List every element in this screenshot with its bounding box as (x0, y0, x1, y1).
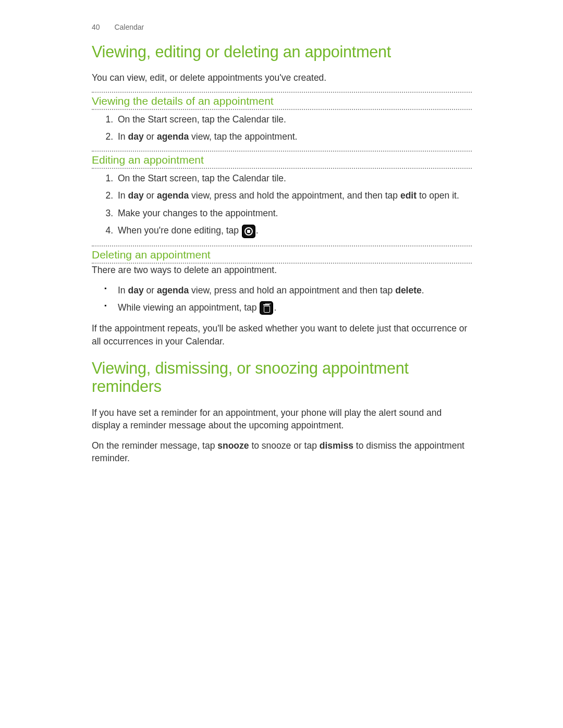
intro-paragraph: You can view, edit, or delete appointmen… (92, 71, 472, 84)
text: or (144, 285, 157, 295)
steps-editing: On the Start screen, tap the Calendar ti… (92, 172, 472, 238)
step-item: On the Start screen, tap the Calendar ti… (116, 113, 472, 126)
text: In (118, 131, 128, 142)
step-item: When you're done editing, tap . (116, 224, 472, 238)
reminders-p2: On the reminder message, tap snooze to s… (92, 439, 472, 465)
steps-viewing-details: On the Start screen, tap the Calendar ti… (92, 113, 472, 143)
divider (92, 245, 472, 246)
heading-1-view-edit-delete: Viewing, editing or deleting an appointm… (92, 43, 472, 61)
text: . (274, 302, 276, 313)
bullets-deleting: In day or agenda view, press and hold an… (92, 284, 472, 315)
text: to snooze or tap (249, 440, 320, 451)
step-item: On the Start screen, tap the Calendar ti… (116, 172, 472, 185)
list-item: While viewing an appointment, tap . (116, 301, 472, 315)
text: . (422, 285, 424, 295)
bold-text: delete (395, 285, 422, 295)
subheading-deleting: Deleting an appointment (92, 248, 472, 261)
delete-icon (260, 301, 273, 315)
step-item: In day or agenda view, press and hold th… (116, 189, 472, 202)
text: In (118, 190, 128, 201)
list-item: In day or agenda view, press and hold an… (116, 284, 472, 297)
bold-text: agenda (157, 131, 189, 142)
text: . (256, 225, 259, 236)
text: On the reminder message, tap (92, 440, 217, 451)
text: to open it. (417, 190, 459, 201)
page-content: 40 Calendar Viewing, editing or deleting… (0, 0, 563, 681)
divider (92, 109, 472, 110)
deleting-intro: There are two ways to delete an appointm… (92, 264, 472, 277)
step-text: On the Start screen, tap the Calendar ti… (118, 173, 286, 183)
step-text: On the Start screen, tap the Calendar ti… (118, 114, 286, 125)
divider (92, 151, 472, 152)
bold-text: day (128, 131, 143, 142)
chapter-name: Calendar (114, 23, 144, 31)
step-item: In day or agenda view, tap the appointme… (116, 130, 472, 143)
text: In (118, 285, 128, 295)
subsection-editing: Editing an appointment On the Start scre… (92, 151, 472, 238)
save-icon (242, 225, 255, 238)
page-number: 40 (92, 23, 100, 31)
page-header: 40 Calendar (92, 23, 472, 31)
subheading-editing: Editing an appointment (92, 153, 472, 166)
text: view, press and hold an appointment and … (189, 285, 395, 295)
bold-text: day (128, 285, 143, 295)
bold-text: agenda (157, 285, 189, 295)
text: When you're done editing, tap (118, 225, 241, 236)
deleting-outro: If the appointment repeats, you'll be as… (92, 322, 472, 348)
text: While viewing an appointment, tap (118, 302, 259, 313)
bold-text: day (128, 190, 143, 201)
bold-text: edit (400, 190, 417, 201)
divider (92, 92, 472, 93)
bold-text: snooze (217, 440, 249, 451)
step-text: Make your changes to the appointment. (118, 208, 278, 218)
step-item: Make your changes to the appointment. (116, 207, 472, 220)
subsection-deleting: Deleting an appointment There are two wa… (92, 245, 472, 348)
text: view, press and hold the appointment, an… (189, 190, 400, 201)
reminders-p1: If you have set a reminder for an appoin… (92, 406, 472, 432)
subsection-viewing-details: Viewing the details of an appointment On… (92, 92, 472, 143)
bold-text: dismiss (320, 440, 353, 451)
text: or (144, 131, 157, 142)
bold-text: agenda (157, 190, 189, 201)
text: or (144, 190, 157, 201)
subheading-viewing-details: Viewing the details of an appointment (92, 94, 472, 107)
divider (92, 168, 472, 169)
text: view, tap the appointment. (189, 131, 297, 142)
heading-1-reminders: Viewing, dismissing, or snoozing appoint… (92, 359, 472, 396)
